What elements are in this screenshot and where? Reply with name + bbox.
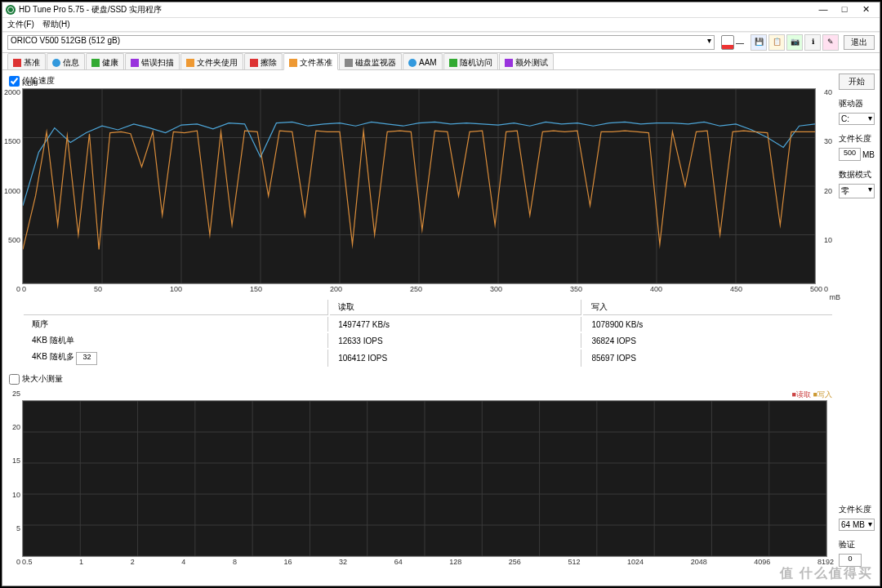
transfer-chart: KB/s 2000150010005000 403020100 mB 05010… [22, 88, 822, 293]
table-row: 4KB 随机多 32 106412 IOPS85697 IOPS [24, 350, 832, 367]
tab-4[interactable]: 文件夹使用 [180, 53, 243, 69]
tab-icon [186, 59, 194, 67]
filelen-label: 文件长度 [839, 133, 875, 145]
tab-icon [449, 59, 457, 67]
tab-9[interactable]: 随机访问 [443, 53, 498, 69]
blocksize-checkbox[interactable]: 块大小测量 [9, 373, 834, 385]
minimize-button[interactable]: — [813, 3, 834, 16]
datamode-label: 数据模式 [839, 169, 875, 180]
tab-icon [91, 59, 100, 67]
exit-button[interactable]: 退出 [844, 35, 875, 50]
options-icon[interactable]: ✎ [822, 34, 839, 51]
tab-10[interactable]: 额外测试 [499, 53, 554, 69]
save-icon[interactable]: 💾 [751, 34, 767, 51]
tab-icon [131, 59, 139, 67]
transfer-speed-checkbox[interactable]: 传输速度 [9, 75, 834, 87]
temperature-icon [721, 35, 734, 50]
y-axis-right: 403020100 [824, 88, 835, 293]
chart2-legend: ■读取 ■写入 [22, 390, 832, 400]
tab-icon [345, 59, 353, 67]
close-button[interactable]: ✕ [855, 3, 876, 16]
tab-6[interactable]: 文件基准 [283, 53, 338, 70]
tab-icon [52, 59, 60, 67]
copy-icon[interactable]: 📋 [768, 34, 785, 51]
verify-label: 验证 [839, 539, 875, 550]
tab-icon [13, 59, 21, 67]
tab-7[interactable]: 磁盘监视器 [339, 53, 402, 69]
menu-help[interactable]: 帮助(H) [42, 19, 70, 30]
tab-8[interactable]: AAM [403, 53, 443, 69]
drive-select[interactable]: ORICO V500 512GB (512 gB) [7, 35, 715, 50]
drive-label: 驱动器 [839, 98, 875, 109]
tab-2[interactable]: 健康 [86, 53, 124, 69]
app-icon [6, 5, 16, 15]
tab-3[interactable]: 错误扫描 [125, 53, 180, 69]
titlebar: HD Tune Pro 5.75 - 硬盘/SSD 实用程序 — □ ✕ [2, 2, 880, 18]
menu-file[interactable]: 文件(F) [7, 19, 34, 30]
tab-1[interactable]: 信息 [47, 53, 85, 69]
filelen2-label: 文件长度 [839, 504, 875, 515]
filelen-input[interactable]: 500 [839, 148, 861, 161]
tab-icon [408, 59, 416, 67]
tab-icon [505, 59, 513, 67]
watermark: 值 什么值得买 [780, 565, 873, 582]
results-table: 读取 写入 顺序1497477 KB/s1078900 KB/s 4KB 随机单… [22, 298, 834, 368]
x-axis-2: 0.512481632641282565121024204840968192 [22, 558, 834, 566]
toolbar: ORICO V500 512GB (512 gB) — 💾 📋 📷 ℹ ✎ 退出 [2, 32, 880, 53]
chart-canvas-1 [22, 88, 816, 284]
window-title: HD Tune Pro 5.75 - 硬盘/SSD 实用程序 [19, 4, 162, 16]
info-icon[interactable]: ℹ [804, 34, 821, 51]
start-button[interactable]: 开始 [839, 74, 875, 90]
y-unit: KB/s [22, 79, 38, 87]
tab-icon [289, 59, 297, 67]
screenshot-icon[interactable]: 📷 [786, 34, 803, 51]
table-row: 4KB 随机单12633 IOPS36824 IOPS [24, 333, 832, 348]
tab-5[interactable]: 擦除 [244, 53, 283, 69]
y-axis: 2000150010005000 [7, 88, 20, 293]
x-axis: 050100150200250300350400450500 [22, 285, 822, 293]
y-axis-2: 2520151050 [7, 390, 20, 566]
menubar: 文件(F) 帮助(H) [2, 18, 880, 32]
drive-letter-select[interactable]: C: [839, 113, 875, 125]
tab-0[interactable]: 基准 [7, 53, 46, 69]
table-header: 读取 写入 [24, 300, 832, 315]
tab-bar: 基准信息健康错误扫描文件夹使用擦除文件基准磁盘监视器AAM随机访问额外测试 [2, 53, 880, 70]
blocksize-chart: ■读取 ■写入 2520151050 0.5124816326412825651… [22, 390, 834, 566]
chart-canvas-2 [22, 400, 827, 557]
table-row: 顺序1497477 KB/s1078900 KB/s [24, 317, 832, 332]
tab-icon [250, 59, 258, 67]
app-window: HD Tune Pro 5.75 - 硬盘/SSD 实用程序 — □ ✕ 文件(… [2, 2, 880, 586]
datamode-select[interactable]: 零 [839, 184, 875, 198]
filelen2-select[interactable]: 64 MB [839, 519, 875, 531]
x-unit: mB [830, 293, 841, 301]
thread-spinner[interactable]: 32 [76, 352, 97, 365]
maximize-button[interactable]: □ [834, 3, 855, 16]
